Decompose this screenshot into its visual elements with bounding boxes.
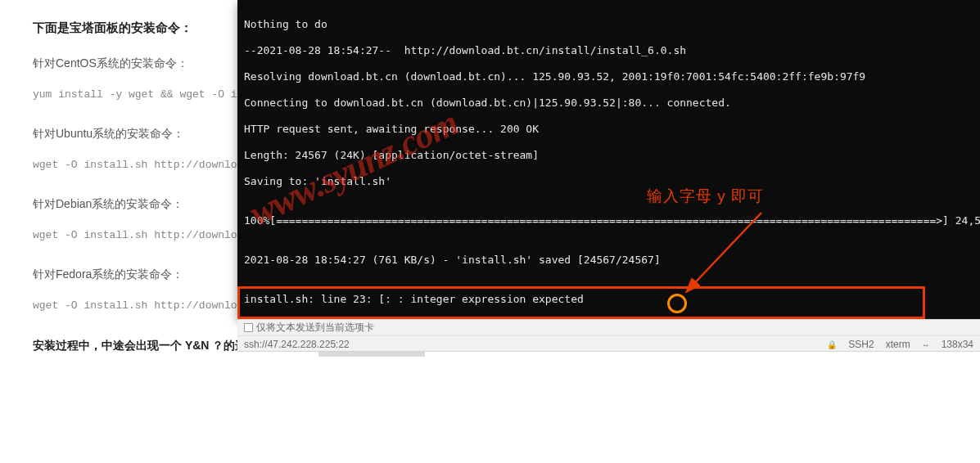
terminal-line: HTTP request sent, awaiting response... … — [244, 123, 973, 136]
statusbar-row-options: 仅将文本发送到当前选项卡 — [237, 320, 980, 336]
terminal-line: Connecting to download.bt.cn (download.b… — [244, 97, 973, 110]
send-to-tab-label: 仅将文本发送到当前选项卡 — [256, 321, 374, 335]
terminal-line: install.sh: line 23: [: : integer expres… — [244, 293, 973, 306]
terminal-line: 100%[===================================… — [244, 214, 973, 227]
terminal-statusbar: 仅将文本发送到当前选项卡 ssh://47.242.228.225:22 🔒 S… — [237, 319, 980, 352]
ssh-address: ssh://47.242.228.225:22 — [244, 339, 350, 350]
dimensions-label: 138x34 — [942, 339, 973, 350]
resize-icon: ↔ — [922, 340, 930, 349]
terminal-line: --2021-08-28 18:54:27-- http://download.… — [244, 44, 973, 57]
protocol-label: SSH2 — [848, 339, 874, 350]
lock-icon: 🔒 — [827, 340, 837, 349]
term-type-label: xterm — [886, 339, 910, 350]
terminal-line: 2021-08-28 18:54:27 (761 KB/s) - 'instal… — [244, 254, 973, 267]
terminal-line: Nothing to do — [244, 18, 973, 31]
terminal-line: Length: 24567 (24K) [application/octet-s… — [244, 149, 973, 162]
terminal-line: Resolving download.bt.cn (download.bt.cn… — [244, 70, 973, 83]
terminal-window[interactable]: Nothing to do --2021-08-28 18:54:27-- ht… — [237, 0, 980, 319]
terminal-line: Saving to: 'install.sh' — [244, 175, 973, 188]
send-to-tab-checkbox[interactable] — [244, 323, 253, 332]
statusbar-row-info: ssh://47.242.228.225:22 🔒 SSH2 xterm ↔ 1… — [237, 336, 980, 353]
